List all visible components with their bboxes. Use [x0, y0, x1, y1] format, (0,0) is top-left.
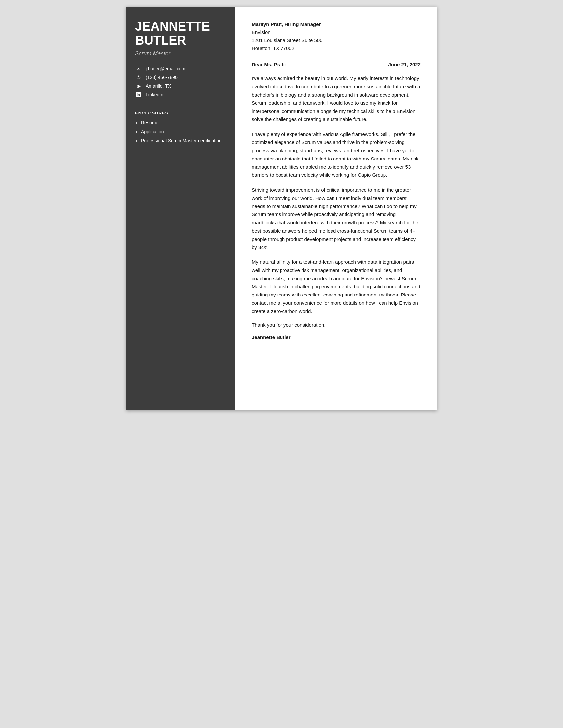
phone-item: ✆ (123) 456-7890	[135, 75, 226, 80]
enclosure-item-certification: Professional Scrum Master certification	[141, 137, 226, 144]
phone-icon: ✆	[135, 75, 142, 80]
salutation-row: Dear Ms. Pratt: June 21, 2022	[252, 62, 421, 67]
recipient-address: 1201 Louisiana Street Suite 500	[252, 36, 421, 44]
closing-text: Thank you for your consideration,	[252, 322, 421, 328]
paragraph-1: I've always admired the beauty in our wo…	[252, 74, 421, 124]
salutation: Dear Ms. Pratt:	[252, 62, 287, 67]
closing-block: Thank you for your consideration, Jeanne…	[252, 322, 421, 340]
linkedin-icon	[135, 92, 142, 97]
last-name: BUTLER	[135, 33, 186, 47]
first-name: JEANNETTE	[135, 20, 210, 33]
phone-text: (123) 456-7890	[146, 75, 177, 80]
recipient-city-state-zip: Houston, TX 77002	[252, 44, 421, 52]
email-icon: ✉	[135, 66, 142, 71]
main-content: Marilyn Pratt, Hiring Manager Envision 1…	[235, 7, 437, 410]
location-text: Amarillo, TX	[146, 83, 171, 89]
location-icon: ◉	[135, 83, 142, 89]
enclosures-heading: ENCLOSURES	[135, 111, 226, 115]
enclosures-list: Resume Application Professional Scrum Ma…	[135, 119, 226, 144]
contact-section: ✉ j.butler@email.com ✆ (123) 456-7890 ◉ …	[135, 66, 226, 97]
location-item: ◉ Amarillo, TX	[135, 83, 226, 89]
enclosures-section: ENCLOSURES Resume Application Profession…	[135, 111, 226, 144]
recipient-company: Envision	[252, 28, 421, 36]
cover-letter-page: JEANNETTE BUTLER Scrum Master ✉ j.butler…	[126, 7, 437, 410]
paragraph-4: My natural affinity for a test-and-learn…	[252, 258, 421, 315]
recipient-name: Marilyn Pratt, Hiring Manager	[252, 22, 421, 27]
email-item: ✉ j.butler@email.com	[135, 66, 226, 71]
applicant-name: JEANNETTE BUTLER	[135, 20, 226, 48]
paragraph-3: Striving toward improvement is of critic…	[252, 186, 421, 251]
enclosure-item-resume: Resume	[141, 119, 226, 126]
linkedin-link[interactable]: LinkedIn	[146, 92, 163, 97]
signature: Jeannette Butler	[252, 334, 421, 340]
letter-body: I've always admired the beauty in our wo…	[252, 74, 421, 315]
enclosure-item-application: Application	[141, 128, 226, 135]
letter-date: June 21, 2022	[388, 62, 421, 67]
applicant-title: Scrum Master	[135, 50, 226, 57]
sidebar: JEANNETTE BUTLER Scrum Master ✉ j.butler…	[126, 7, 235, 410]
paragraph-2: I have plenty of experience with various…	[252, 130, 421, 180]
recipient-block: Marilyn Pratt, Hiring Manager Envision 1…	[252, 22, 421, 52]
email-text: j.butler@email.com	[146, 66, 185, 71]
linkedin-item: LinkedIn	[135, 92, 226, 97]
